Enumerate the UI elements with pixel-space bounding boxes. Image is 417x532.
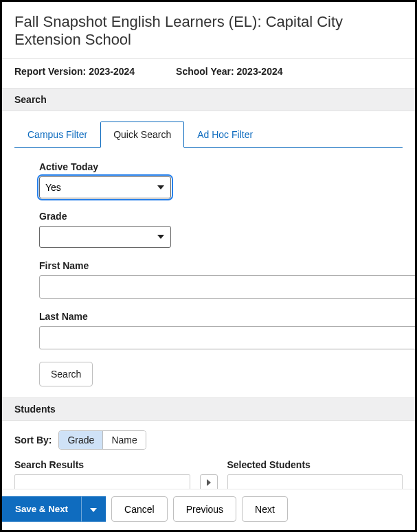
cancel-button[interactable]: Cancel xyxy=(111,496,168,522)
school-year-value: 2023-2024 xyxy=(237,66,283,77)
first-name-label: First Name xyxy=(39,260,390,271)
active-today-select[interactable]: Yes xyxy=(39,176,171,198)
tab-ad-hoc-filter[interactable]: Ad Hoc Filter xyxy=(184,122,266,148)
search-section-header: Search xyxy=(2,88,415,111)
school-year: School Year: 2023-2024 xyxy=(176,66,282,77)
sort-by-label: Sort By: xyxy=(14,435,52,446)
sort-name[interactable]: Name xyxy=(103,431,145,449)
footer-bar: Save & Next Cancel Previous Next xyxy=(2,489,415,530)
last-name-label: Last Name xyxy=(39,311,390,322)
sort-grade[interactable]: Grade xyxy=(59,431,103,449)
last-name-input[interactable] xyxy=(39,326,417,349)
tab-quick-search[interactable]: Quick Search xyxy=(100,122,184,148)
report-version: Report Version: 2023-2024 xyxy=(14,66,135,77)
sort-toggle: Grade Name xyxy=(58,430,146,450)
selected-students-label: Selected Students xyxy=(227,459,403,470)
grade-label: Grade xyxy=(39,211,390,222)
tab-campus-filter[interactable]: Campus Filter xyxy=(14,122,100,148)
search-button[interactable]: Search xyxy=(39,362,93,386)
search-results-label: Search Results xyxy=(14,459,190,470)
grade-select[interactable] xyxy=(39,226,171,248)
page-title: Fall Snapshot English Learners (EL): Cap… xyxy=(2,2,415,59)
quick-search-form: Active Today Yes Grade First Name Last N… xyxy=(14,148,403,397)
save-next-button[interactable]: Save & Next xyxy=(2,496,81,522)
previous-button[interactable]: Previous xyxy=(173,496,236,522)
students-section-header: Students xyxy=(2,397,415,421)
filter-tabs: Campus Filter Quick Search Ad Hoc Filter xyxy=(14,121,403,148)
sort-row: Sort By: Grade Name xyxy=(2,421,415,459)
report-version-label: Report Version: xyxy=(14,66,86,77)
first-name-input[interactable] xyxy=(39,275,417,299)
active-today-label: Active Today xyxy=(39,161,390,172)
save-next-menu-button[interactable] xyxy=(81,496,106,522)
report-meta-row: Report Version: 2023-2024 School Year: 2… xyxy=(2,59,415,88)
school-year-label: School Year: xyxy=(176,66,234,77)
chevron-down-icon xyxy=(90,504,97,514)
next-button[interactable]: Next xyxy=(242,496,288,522)
chevron-right-icon xyxy=(206,477,212,488)
report-version-value: 2023-2024 xyxy=(89,66,135,77)
